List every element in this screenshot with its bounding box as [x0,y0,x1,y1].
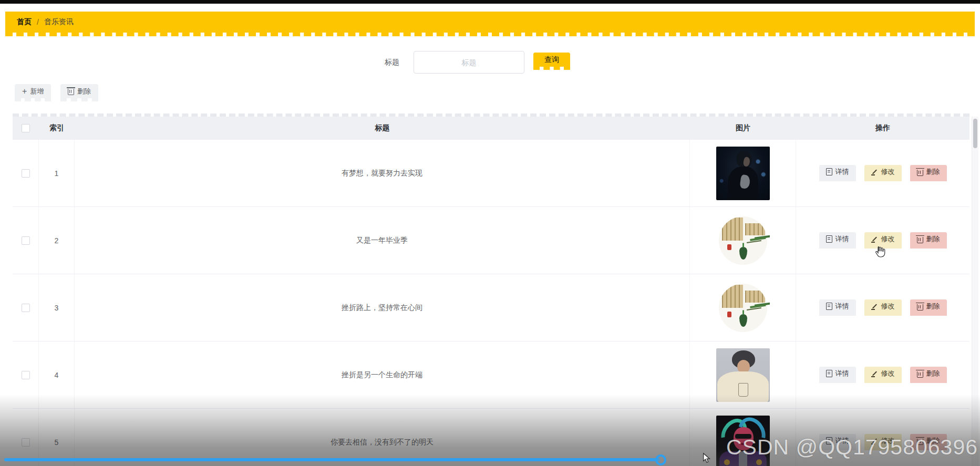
row-title: 挫折是另一个生命的开端 [75,341,690,408]
arrow-cursor-icon [702,452,711,464]
top-black-bar [0,0,980,4]
detail-button[interactable]: 详情 [819,232,856,248]
row-delete-button[interactable]: 删除 [910,367,947,383]
trash-icon [917,304,923,310]
pencil-icon [871,236,878,243]
delete-button-label: 删除 [77,87,91,96]
news-table: 索引 标题 图片 操作 1 有梦想，就要努力去实现 详情 修改 删除 2 又是一… [13,113,969,466]
breadcrumb: 首页 / 音乐资讯 [5,12,975,36]
detail-button[interactable]: 详情 [819,299,856,316]
table-row: 4 挫折是另一个生命的开端 详情 修改 删除 [13,341,969,409]
vertical-scrollbar[interactable] [972,117,978,466]
document-icon [826,370,832,377]
row-title: 又是一年毕业季 [75,207,690,274]
row-delete-button[interactable]: 删除 [910,232,947,248]
row-image-zen-vase [716,214,770,267]
row-index: 2 [39,207,75,274]
trash-icon [917,237,923,243]
row-title: 挫折路上，坚持常在心间 [75,274,690,341]
row-checkbox[interactable] [22,236,30,245]
row-checkbox[interactable] [22,304,30,312]
row-checkbox[interactable] [22,169,30,178]
row-index: 1 [39,140,75,206]
document-icon [826,303,832,310]
row-index: 4 [39,341,75,408]
header-index: 索引 [39,117,75,140]
pencil-icon [871,370,878,377]
document-icon [826,235,832,243]
table-row: 3 挫折路上，坚持常在心间 详情 修改 删除 [13,274,969,341]
row-title: 你要去相信，没有到不了的明天 [75,409,690,466]
row-delete-button[interactable]: 删除 [910,165,947,181]
horizontal-scrollbar[interactable] [4,458,660,461]
table-header-row: 索引 标题 图片 操作 [13,113,969,140]
plus-icon: + [22,87,27,96]
table-row: 2 又是一年毕业季 详情 修改 删除 [13,207,969,274]
row-delete-button[interactable]: 删除 [910,299,947,316]
row-index: 5 [39,409,75,466]
breadcrumb-separator: / [37,18,39,26]
edit-button[interactable]: 修改 [864,299,902,316]
detail-button[interactable]: 详情 [819,165,856,181]
row-checkbox[interactable] [22,438,30,447]
search-label: 标题 [363,51,399,74]
batch-delete-button[interactable]: 删除 [60,84,98,101]
document-icon [826,168,832,175]
trash-icon [917,371,923,378]
add-button[interactable]: + 新增 [15,84,51,101]
csdn-watermark: CSDN @QQ1795806396 [726,435,978,460]
header-title: 标题 [75,117,690,140]
trash-icon [917,170,923,176]
row-image-concert-singer [716,147,770,200]
page: 首页 / 音乐资讯 标题 查询 + 新增 删除 索引 标题 图片 操作 1 有梦… [0,0,980,466]
breadcrumb-current: 音乐资讯 [44,17,74,27]
table-row: 1 有梦想，就要努力去实现 详情 修改 删除 [13,140,969,207]
horizontal-scrollbar-handle[interactable] [655,454,666,465]
add-button-label: 新增 [30,87,44,96]
pencil-icon [871,303,878,310]
select-all-checkbox[interactable] [22,124,30,132]
trash-icon [68,89,74,95]
search-input[interactable] [414,51,524,74]
row-index: 3 [39,274,75,341]
detail-button[interactable]: 详情 [819,367,856,383]
row-image-zen-vase [716,281,770,335]
vertical-scrollbar-thumb[interactable] [973,119,977,148]
row-checkbox[interactable] [22,371,30,379]
breadcrumb-home-link[interactable]: 首页 [17,17,32,27]
pencil-icon [871,169,878,175]
header-image: 图片 [690,117,796,140]
row-image-woman-hoodie [716,348,770,402]
edit-button[interactable]: 修改 [864,367,902,383]
hand-cursor-icon [873,245,886,260]
header-actions: 操作 [796,117,969,140]
row-title: 有梦想，就要努力去实现 [75,140,690,206]
query-button[interactable]: 查询 [533,53,570,70]
edit-button[interactable]: 修改 [864,165,902,181]
